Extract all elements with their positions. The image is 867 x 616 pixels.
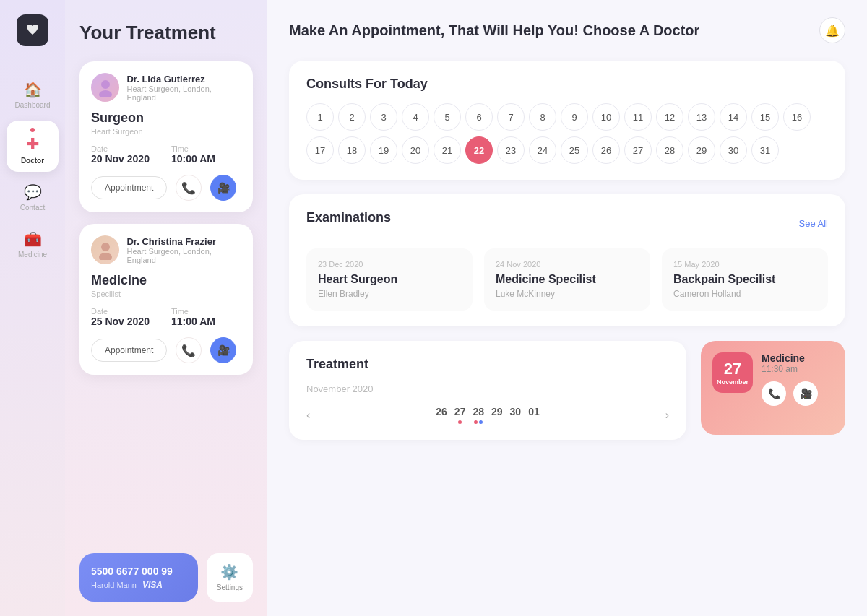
- cal-day-27[interactable]: 27: [624, 136, 652, 164]
- doctor-name-2: Dr. Christina Frazier: [126, 236, 241, 247]
- cal-day-31[interactable]: 31: [751, 136, 779, 164]
- cal-day-8[interactable]: 8: [529, 103, 556, 131]
- settings-button[interactable]: ⚙️ Settings: [207, 553, 253, 602]
- cal-day-17[interactable]: 17: [306, 136, 334, 164]
- settings-label: Settings: [217, 584, 243, 591]
- video-icon-1[interactable]: 🎥: [210, 175, 236, 201]
- call-icon-1[interactable]: 📞: [176, 175, 202, 201]
- appointment-button-1[interactable]: Appointment: [91, 176, 167, 199]
- sidebar-label-contact: Contact: [20, 204, 45, 212]
- video-icon-2[interactable]: 🎥: [210, 337, 236, 363]
- exam-date-1: 24 Nov 2020: [496, 260, 639, 269]
- doctor-spec-2: Heart Surgeon, London, England: [126, 247, 241, 264]
- cal-day-26[interactable]: 26: [592, 136, 620, 164]
- sidebar: 🏠 Dashboard ✚ Doctor 💬 Contact 🧰 Medicin…: [0, 0, 65, 616]
- svg-point-0: [101, 80, 110, 89]
- time-value-1: 10:00 AM: [171, 153, 215, 165]
- event-card-inner: 27 November Medicine 11:30 am 📞 🎥: [712, 352, 834, 406]
- cal-day-6[interactable]: 6: [465, 103, 493, 131]
- cal-day-4[interactable]: 4: [402, 103, 429, 131]
- exam-card-2: 15 May 2020 Backpain Specilist Cameron H…: [662, 248, 828, 311]
- card-type-2: Medicine: [91, 273, 241, 288]
- event-type: Medicine: [762, 352, 834, 364]
- consults-section: Consults For Today 123456789101112131415…: [289, 61, 845, 180]
- exam-card-1: 24 Nov 2020 Medicine Specilist Luke McKi…: [484, 248, 650, 311]
- sidebar-item-doctor[interactable]: ✚ Doctor: [7, 121, 59, 172]
- sidebar-label-doctor: Doctor: [21, 157, 44, 165]
- card-actions-1: Appointment 📞 🎥: [91, 175, 241, 201]
- contact-icon: 💬: [24, 183, 42, 201]
- cal-day-13[interactable]: 13: [688, 103, 715, 131]
- main-title: Make An Appointment, That Will Help You!…: [289, 22, 699, 39]
- sidebar-label-dashboard: Dashboard: [15, 101, 51, 109]
- mini-day-29[interactable]: 29: [491, 406, 503, 424]
- treatment-right: 27 November Medicine 11:30 am 📞 🎥: [701, 341, 845, 440]
- mini-day-28[interactable]: 28: [473, 406, 484, 424]
- doctor-header-2: Dr. Christina Frazier Heart Surgeon, Lon…: [91, 235, 241, 264]
- cal-day-18[interactable]: 18: [338, 136, 366, 164]
- cal-day-28[interactable]: 28: [656, 136, 683, 164]
- cal-day-11[interactable]: 11: [624, 103, 652, 131]
- doctor-card-1: Dr. Lida Gutierrez Heart Surgeon, London…: [79, 61, 253, 212]
- cal-next[interactable]: ›: [665, 409, 669, 422]
- date-group-2: Date 25 Nov 2020: [91, 307, 150, 327]
- cal-day-23[interactable]: 23: [497, 136, 525, 164]
- doctor-icon: ✚: [26, 135, 39, 154]
- cal-day-25[interactable]: 25: [561, 136, 588, 164]
- cal-day-15[interactable]: 15: [751, 103, 779, 131]
- mini-day-26[interactable]: 26: [436, 406, 447, 424]
- cal-day-22[interactable]: 22: [465, 136, 493, 164]
- card-subtype-1: Heart Surgeon: [91, 127, 241, 136]
- call-icon-2[interactable]: 📞: [176, 337, 202, 363]
- panel-title: Your Treatment: [79, 22, 253, 44]
- cal-day-16[interactable]: 16: [783, 103, 811, 131]
- mini-day-27[interactable]: 27: [454, 406, 466, 424]
- sidebar-item-medicine[interactable]: 🧰 Medicine: [7, 223, 59, 266]
- cal-day-20[interactable]: 20: [402, 136, 429, 164]
- cal-day-14[interactable]: 14: [720, 103, 747, 131]
- time-group-1: Time 10:00 AM: [171, 144, 215, 165]
- appointment-button-2[interactable]: Appointment: [91, 339, 167, 362]
- home-icon: 🏠: [24, 81, 42, 98]
- cal-day-1[interactable]: 1: [306, 103, 334, 131]
- examinations-title: Examinations: [306, 210, 391, 225]
- event-info: Medicine 11:30 am 📞 🎥: [762, 352, 834, 406]
- cal-day-21[interactable]: 21: [434, 136, 461, 164]
- event-call-button[interactable]: 📞: [762, 381, 786, 406]
- cal-day-29[interactable]: 29: [688, 136, 715, 164]
- treatment-section: Treatment November 2020 ‹ 262728293001 ›…: [289, 341, 845, 440]
- date-value-2: 25 Nov 2020: [91, 316, 150, 327]
- cal-day-5[interactable]: 5: [434, 103, 461, 131]
- cal-day-24[interactable]: 24: [529, 136, 556, 164]
- exam-doctor-2: Cameron Holland: [673, 289, 816, 299]
- doctor-header-1: Dr. Lida Gutierrez Heart Surgeon, London…: [91, 73, 241, 102]
- notification-button[interactable]: 🔔: [819, 17, 845, 43]
- sidebar-item-dashboard[interactable]: 🏠 Dashboard: [7, 74, 59, 116]
- bottom-row: 5500 6677 000 99 Harold Mann VISA ⚙️ Set…: [79, 553, 253, 602]
- event-video-button[interactable]: 🎥: [793, 381, 818, 406]
- see-all-button[interactable]: See All: [799, 218, 828, 229]
- cal-prev[interactable]: ‹: [306, 409, 310, 422]
- bell-icon: 🔔: [825, 24, 840, 38]
- cal-day-2[interactable]: 2: [338, 103, 366, 131]
- cal-day-12[interactable]: 12: [656, 103, 683, 131]
- cal-day-7[interactable]: 7: [497, 103, 525, 131]
- card-number: 5500 6677 000 99: [91, 565, 173, 577]
- time-value-2: 11:00 AM: [171, 316, 215, 327]
- avatar-1: [91, 73, 119, 102]
- treatment-month: November 2020: [306, 383, 669, 394]
- mini-day-01[interactable]: 01: [528, 406, 540, 424]
- treatment-title: Treatment: [306, 357, 669, 372]
- svg-point-3: [99, 253, 112, 260]
- exam-card-0: 23 Dec 2020 Heart Surgeon Ellen Bradley: [306, 248, 473, 311]
- mini-day-30[interactable]: 30: [510, 406, 522, 424]
- mini-cal-days: 262728293001: [436, 406, 539, 424]
- cal-day-10[interactable]: 10: [592, 103, 620, 131]
- cal-day-3[interactable]: 3: [370, 103, 397, 131]
- consults-title: Consults For Today: [306, 77, 828, 92]
- calendar-strip-row2: 171819202122232425262728293031: [306, 136, 828, 164]
- cal-day-19[interactable]: 19: [370, 136, 397, 164]
- sidebar-item-contact[interactable]: 💬 Contact: [7, 176, 59, 219]
- cal-day-9[interactable]: 9: [561, 103, 588, 131]
- cal-day-30[interactable]: 30: [720, 136, 747, 164]
